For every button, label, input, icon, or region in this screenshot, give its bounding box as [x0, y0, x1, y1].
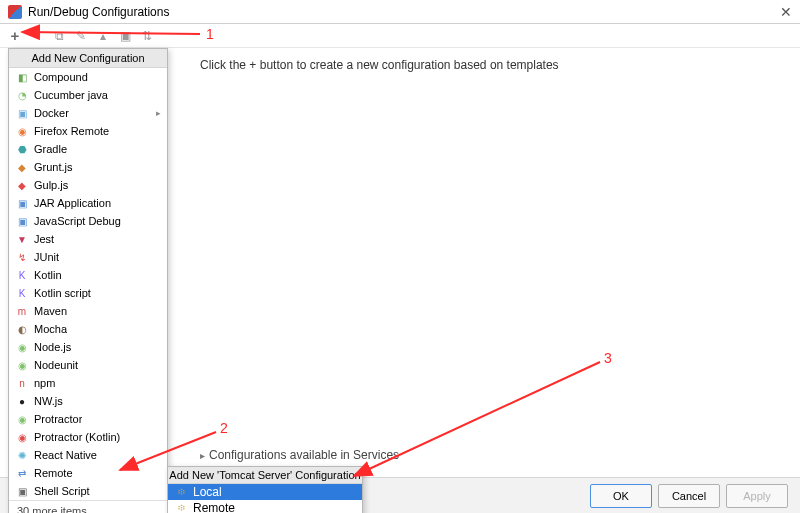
- settings-button[interactable]: ✎: [72, 27, 90, 45]
- config-type-icon: ●: [15, 394, 29, 408]
- config-type-label: Mocha: [34, 323, 67, 335]
- config-type-icon: K: [15, 286, 29, 300]
- submenu-item[interactable]: ፨Local: [168, 484, 362, 500]
- tomcat-icon: ፨: [174, 485, 188, 499]
- config-type-icon: ◉: [15, 124, 29, 138]
- ok-button[interactable]: OK: [590, 484, 652, 508]
- config-type-item[interactable]: ◔Cucumber java: [9, 86, 167, 104]
- config-type-icon: K: [15, 268, 29, 282]
- config-type-label: npm: [34, 377, 55, 389]
- cancel-button[interactable]: Cancel: [658, 484, 720, 508]
- config-type-label: JUnit: [34, 251, 59, 263]
- config-type-icon: ▣: [15, 106, 29, 120]
- config-type-item[interactable]: ◆Grunt.js: [9, 158, 167, 176]
- config-type-icon: ▣: [15, 484, 29, 498]
- content-pane: Click the + button to create a new confi…: [180, 48, 800, 513]
- config-type-item[interactable]: nnpm: [9, 374, 167, 392]
- config-type-item[interactable]: ▣JAR Application: [9, 194, 167, 212]
- config-type-icon: ◧: [15, 70, 29, 84]
- config-type-item[interactable]: ◧Compound: [9, 68, 167, 86]
- config-type-icon: ◆: [15, 178, 29, 192]
- empty-hint: Click the + button to create a new confi…: [200, 58, 780, 72]
- config-type-icon: ◆: [15, 160, 29, 174]
- popup-header: Add New Configuration: [9, 49, 167, 68]
- config-type-item[interactable]: ▣Docker▸: [9, 104, 167, 122]
- config-type-item[interactable]: ◉Firefox Remote: [9, 122, 167, 140]
- config-type-label: Maven: [34, 305, 67, 317]
- add-config-button[interactable]: +: [6, 27, 24, 45]
- config-type-item[interactable]: KKotlin: [9, 266, 167, 284]
- config-type-item[interactable]: ●NW.js: [9, 392, 167, 410]
- expand-icon[interactable]: ⇅: [138, 27, 156, 45]
- config-type-label: Gradle: [34, 143, 67, 155]
- config-type-item[interactable]: ◐Mocha: [9, 320, 167, 338]
- config-type-item[interactable]: ✺React Native: [9, 446, 167, 464]
- config-type-item[interactable]: mMaven: [9, 302, 167, 320]
- more-items-link[interactable]: 30 more items...: [9, 500, 167, 513]
- config-type-icon: ⬣: [15, 142, 29, 156]
- app-icon: [8, 5, 22, 19]
- copy-config-button[interactable]: ⧉: [50, 27, 68, 45]
- config-type-label: Gulp.js: [34, 179, 68, 191]
- add-config-popup: Add New Configuration ◧Compound◔Cucumber…: [8, 48, 168, 513]
- config-type-icon: ◉: [15, 340, 29, 354]
- services-section-header[interactable]: Configurations available in Services: [200, 448, 399, 462]
- config-type-icon: ↯: [15, 250, 29, 264]
- config-type-icon: n: [15, 376, 29, 390]
- config-type-item[interactable]: ⇄Remote: [9, 464, 167, 482]
- config-type-icon: ◉: [15, 412, 29, 426]
- config-type-label: Grunt.js: [34, 161, 73, 173]
- config-type-item[interactable]: ↯JUnit: [9, 248, 167, 266]
- config-type-item[interactable]: ▣JavaScript Debug: [9, 212, 167, 230]
- submenu-item-label: Local: [193, 485, 222, 499]
- titlebar: Run/Debug Configurations ✕: [0, 0, 800, 24]
- chevron-right-icon: ▸: [156, 108, 161, 118]
- config-type-item[interactable]: ⬣Gradle: [9, 140, 167, 158]
- config-type-item[interactable]: ▼Jest: [9, 230, 167, 248]
- remove-config-button[interactable]: −: [28, 27, 46, 45]
- config-type-icon: ◉: [15, 358, 29, 372]
- apply-button[interactable]: Apply: [726, 484, 788, 508]
- config-type-item[interactable]: ▣Shell Script: [9, 482, 167, 500]
- config-type-label: Protractor: [34, 413, 82, 425]
- config-type-label: Kotlin script: [34, 287, 91, 299]
- config-type-item[interactable]: ◉Protractor: [9, 410, 167, 428]
- config-type-icon: ▣: [15, 214, 29, 228]
- config-type-icon: ⇄: [15, 466, 29, 480]
- config-type-label: Docker: [34, 107, 69, 119]
- config-type-label: Jest: [34, 233, 54, 245]
- config-type-list[interactable]: ◧Compound◔Cucumber java▣Docker▸◉Firefox …: [9, 68, 167, 500]
- config-type-icon: ▼: [15, 232, 29, 246]
- config-type-item[interactable]: ◉Protractor (Kotlin): [9, 428, 167, 446]
- config-type-icon: ▣: [15, 196, 29, 210]
- config-type-label: Shell Script: [34, 485, 90, 497]
- config-type-label: React Native: [34, 449, 97, 461]
- config-type-label: Protractor (Kotlin): [34, 431, 120, 443]
- config-type-label: Compound: [34, 71, 88, 83]
- close-icon[interactable]: ✕: [780, 4, 792, 20]
- config-type-label: Cucumber java: [34, 89, 108, 101]
- config-type-label: Kotlin: [34, 269, 62, 281]
- config-type-item[interactable]: ◉Nodeunit: [9, 356, 167, 374]
- config-type-label: Firefox Remote: [34, 125, 109, 137]
- tomcat-submenu: Add New 'Tomcat Server' Configuration ፨L…: [167, 466, 363, 513]
- submenu-item[interactable]: ፨Remote: [168, 500, 362, 513]
- dialog-title: Run/Debug Configurations: [28, 5, 780, 19]
- submenu-header: Add New 'Tomcat Server' Configuration: [168, 467, 362, 484]
- toolbar: + − ⧉ ✎ ▴ ▣ ⇅: [0, 24, 800, 48]
- config-type-item[interactable]: ◆Gulp.js: [9, 176, 167, 194]
- config-type-icon: ◐: [15, 322, 29, 336]
- config-type-label: JAR Application: [34, 197, 111, 209]
- config-type-label: Nodeunit: [34, 359, 78, 371]
- config-type-item[interactable]: KKotlin script: [9, 284, 167, 302]
- folder-button[interactable]: ▣: [116, 27, 134, 45]
- config-type-icon: ✺: [15, 448, 29, 462]
- config-type-icon: ◔: [15, 88, 29, 102]
- config-type-item[interactable]: ◉Node.js: [9, 338, 167, 356]
- config-type-label: NW.js: [34, 395, 63, 407]
- config-type-icon: m: [15, 304, 29, 318]
- config-type-icon: ◉: [15, 430, 29, 444]
- config-type-label: Remote: [34, 467, 73, 479]
- config-type-label: Node.js: [34, 341, 71, 353]
- move-up-icon[interactable]: ▴: [94, 27, 112, 45]
